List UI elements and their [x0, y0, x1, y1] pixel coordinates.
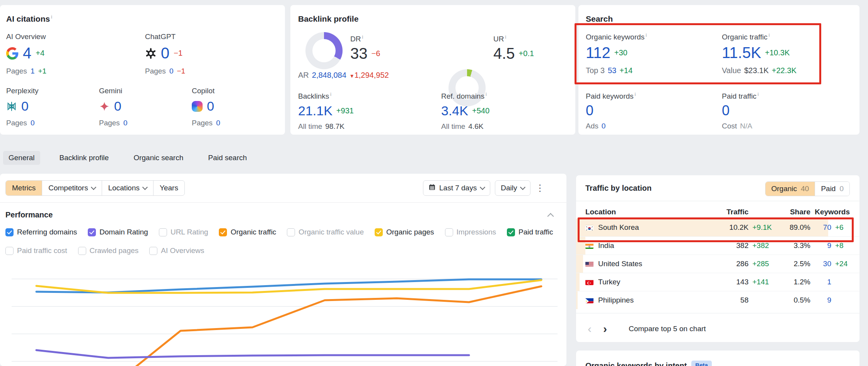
- location-table-header: Location Traffic Share Keywords: [576, 206, 859, 218]
- info-icon[interactable]: i: [757, 92, 759, 97]
- info-icon[interactable]: i: [769, 32, 770, 38]
- ahrefs-rank-link[interactable]: 2,848,084: [312, 71, 346, 80]
- metric-checkbox-paid-traffic-cost[interactable]: Paid traffic cost: [5, 246, 67, 255]
- gemini-icon: [99, 101, 110, 112]
- share-bar: [576, 255, 583, 273]
- info-icon[interactable]: i: [486, 92, 487, 97]
- share-bar: [576, 273, 580, 291]
- organic-traffic-value[interactable]: 11.5K: [722, 44, 761, 62]
- tab-general[interactable]: General: [3, 151, 40, 165]
- ai-overview-value: 4: [23, 44, 31, 62]
- organic-keywords-value[interactable]: 112: [586, 44, 610, 62]
- toggle-paid[interactable]: Paid 0: [815, 182, 849, 196]
- gemini-value: 0: [114, 99, 121, 114]
- ahrefs-rank-delta: ▼1,294,952: [350, 71, 389, 80]
- checkbox-icon: [219, 228, 227, 236]
- checkbox-icon: [287, 228, 295, 236]
- tab-backlink-profile[interactable]: Backlink profile: [54, 151, 114, 165]
- performance-chart[interactable]: [0, 255, 566, 366]
- ur-metric: URi 4.5 +0.1: [493, 34, 534, 62]
- info-icon[interactable]: i: [646, 32, 647, 38]
- checkbox-icon: [507, 228, 515, 236]
- checkbox-icon: [78, 247, 86, 255]
- info-icon[interactable]: i: [635, 92, 636, 97]
- paid-traffic-metric: Paid traffici 0 Cost N/A: [722, 92, 759, 130]
- metrics-segment[interactable]: Metrics: [6, 181, 42, 195]
- share-bar: [576, 237, 585, 255]
- pages-count-link[interactable]: 0: [216, 119, 220, 127]
- beta-badge: Beta: [691, 361, 712, 366]
- panel-divider: [576, 201, 859, 201]
- metric-checkbox-organic-traffic[interactable]: Organic traffic: [219, 228, 276, 236]
- report-tabs: General Backlink profile Organic search …: [3, 150, 252, 165]
- dr-donut-chart: [305, 32, 343, 69]
- ai-citations-title: AI citationsi: [6, 14, 52, 24]
- ref-domains-value[interactable]: 3.4K: [441, 103, 468, 118]
- checkbox-icon: [375, 228, 383, 236]
- metric-toggles-row-1: Referring domains Domain Rating URL Rati…: [5, 228, 553, 236]
- next-page-icon[interactable]: ›: [603, 323, 607, 335]
- chatgpt-delta: −1: [174, 49, 182, 58]
- granularity-button[interactable]: Daily: [495, 180, 530, 196]
- table-row-india[interactable]: India 382 +382 3.3% 9 +8: [576, 236, 859, 255]
- collapse-section-icon[interactable]: [547, 213, 554, 220]
- more-options-icon[interactable]: ⋮: [535, 183, 544, 193]
- metric-checkbox-organic-pages[interactable]: Organic pages: [375, 228, 434, 236]
- prev-page-icon[interactable]: ‹: [588, 323, 592, 335]
- performance-title: Performance: [5, 210, 53, 219]
- traffic-by-location-panel: Traffic by location Organic 40 Paid 0 Lo…: [576, 175, 859, 342]
- checkbox-icon: [149, 247, 157, 255]
- pages-count-link[interactable]: 0: [31, 119, 35, 127]
- metric-checkbox-ai-overviews[interactable]: AI Overviews: [149, 246, 204, 255]
- flag-united-states: [585, 261, 593, 267]
- ai-item-ai-overview: AI Overview 4 +4 Pages 1 +1: [6, 32, 46, 75]
- top3-link[interactable]: 53: [608, 66, 616, 75]
- ahrefs-rank-row: AR 2,848,084 ▼1,294,952: [298, 71, 389, 80]
- competitors-segment[interactable]: Competitors: [42, 181, 102, 195]
- chatgpt-value: 0: [161, 44, 169, 62]
- pages-count-link[interactable]: 0: [123, 119, 128, 127]
- backlink-profile-card: Backlink profile DRi 33 −6 URi 4.5 +0.1 …: [290, 5, 575, 135]
- backlinks-value[interactable]: 21.1K: [298, 103, 333, 118]
- metric-checkbox-referring-domains[interactable]: Referring domains: [5, 228, 77, 236]
- toggle-organic[interactable]: Organic 40: [766, 182, 815, 196]
- share-bar: [576, 291, 578, 309]
- backlinks-metric: Backlinksi 21.1K +931 All time 98.7K: [298, 92, 354, 131]
- metric-checkbox-url-rating[interactable]: URL Rating: [159, 228, 208, 236]
- metric-toggles-row-2: Paid traffic cost Crawled pages AI Overv…: [5, 246, 204, 255]
- info-icon[interactable]: i: [505, 34, 506, 40]
- date-range-button[interactable]: Last 7 days: [423, 180, 490, 196]
- paid-keywords-value[interactable]: 0: [586, 103, 593, 119]
- metric-checkbox-organic-traffic-value[interactable]: Organic traffic value: [287, 228, 364, 236]
- copilot-value: 0: [207, 99, 214, 114]
- compare-top5-link[interactable]: Compare top 5 on chart: [629, 325, 706, 333]
- tab-paid-search[interactable]: Paid search: [203, 151, 252, 165]
- info-icon[interactable]: i: [330, 92, 331, 97]
- metric-checkbox-domain-rating[interactable]: Domain Rating: [88, 228, 148, 236]
- organic-traffic-metric: Organic traffici 11.5K +10.3K Value $23.…: [722, 32, 796, 75]
- info-icon[interactable]: i: [362, 34, 363, 40]
- years-segment[interactable]: Years: [153, 181, 184, 195]
- flag-philippines: [585, 298, 593, 303]
- table-row-philippines[interactable]: Philippines 58 0.5% 9: [576, 291, 859, 309]
- table-row-united-states[interactable]: United States 286 +285 2.5% 30 +24: [576, 255, 859, 273]
- chevron-down-icon: [520, 185, 525, 190]
- metric-checkbox-impressions[interactable]: Impressions: [445, 228, 496, 236]
- tab-organic-search[interactable]: Organic search: [128, 151, 189, 165]
- table-row-south-korea[interactable]: South Korea 10.2K +9.1K 89.0% 70 +6: [576, 219, 859, 236]
- pages-count-link[interactable]: 1: [31, 67, 35, 75]
- ur-value: 4.5: [493, 45, 515, 62]
- down-triangle-icon: ▼: [350, 73, 355, 79]
- pages-count-link[interactable]: 0: [169, 67, 174, 75]
- locations-segment[interactable]: Locations: [102, 181, 153, 195]
- paid-traffic-value[interactable]: 0: [722, 103, 730, 119]
- checkbox-icon: [445, 228, 453, 236]
- table-row-turkey[interactable]: Turkey 143 +141 1.2% 1: [576, 273, 859, 291]
- location-table-body: South Korea 10.2K +9.1K 89.0% 70 +6 Indi…: [576, 219, 859, 309]
- backlink-profile-title: Backlink profile: [298, 14, 358, 24]
- organic-paid-toggle: Organic 40 Paid 0: [765, 181, 850, 196]
- metric-checkbox-paid-traffic[interactable]: Paid traffic: [507, 228, 553, 236]
- chevron-down-icon: [91, 185, 96, 190]
- info-icon[interactable]: i: [51, 14, 52, 20]
- metric-checkbox-crawled-pages[interactable]: Crawled pages: [78, 246, 139, 255]
